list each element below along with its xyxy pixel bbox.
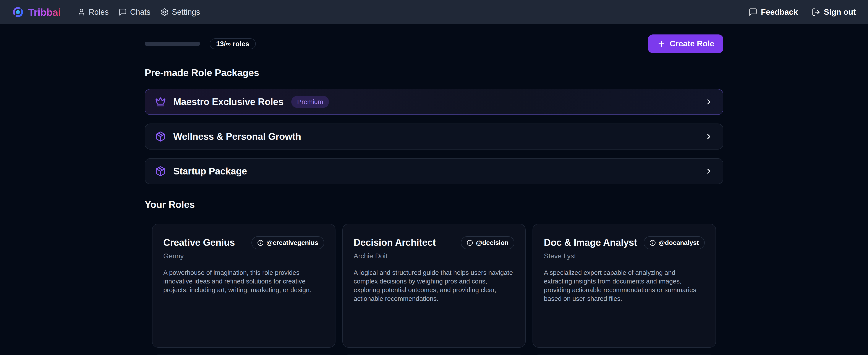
nav-item-label: Chats [130, 7, 151, 17]
package-title: Maestro Exclusive Roles [173, 96, 283, 107]
role-subtitle: Genny [163, 252, 324, 260]
role-handle-badge[interactable]: @docanalyst [644, 236, 705, 249]
crown-icon [155, 96, 166, 107]
plus-icon [657, 39, 666, 48]
roles-count-text: 13/∞ roles [216, 40, 249, 48]
your-roles-heading: Your Roles [145, 199, 723, 210]
role-title: Creative Genius [163, 236, 235, 248]
package-icon [155, 131, 166, 142]
package-icon [155, 166, 166, 177]
roles-toolbar: 13/∞ roles Create Role [145, 34, 723, 53]
packages-heading: Pre-made Role Packages [145, 67, 723, 79]
nav-item-settings[interactable]: Settings [160, 7, 200, 17]
role-title: Decision Architect [354, 236, 436, 248]
role-handle: @creativegenius [267, 239, 318, 246]
feedback-chat-icon [749, 8, 757, 17]
chat-bubble-icon [119, 8, 127, 16]
package-row-wellness[interactable]: Wellness & Personal Growth [145, 123, 723, 150]
role-handle: @decision [476, 239, 508, 246]
gear-icon [160, 8, 169, 16]
role-subtitle: Steve Lyst [544, 252, 705, 260]
role-card-creative-genius[interactable]: Creative Genius @creativegenius Genny A … [152, 224, 336, 348]
main-content: 13/∞ roles Create Role Pre-made Role Pac… [145, 34, 723, 355]
roles-progress-bar [145, 41, 200, 46]
chevron-right-icon [705, 132, 713, 141]
nav-item-label: Roles [89, 7, 109, 17]
user-icon [77, 8, 86, 16]
role-handle-badge[interactable]: @decision [461, 236, 514, 249]
brand-name: Tribbai [28, 6, 61, 18]
role-description: A logical and structured guide that help… [354, 268, 514, 303]
brand-logo[interactable]: Tribbai [12, 6, 61, 18]
feedback-button[interactable]: Feedback [749, 7, 798, 17]
logout-icon [812, 8, 820, 17]
feedback-label: Feedback [761, 7, 798, 17]
chevron-right-icon [705, 98, 713, 106]
tribbai-logo-icon [12, 6, 24, 18]
top-navbar: Tribbai Roles Chats Settings [0, 0, 868, 24]
create-role-button[interactable]: Create Role [648, 34, 723, 53]
role-card-doc-image-analyst[interactable]: Doc & Image Analyst @docanalyst Steve Ly… [532, 224, 716, 348]
nav-item-label: Settings [172, 7, 200, 17]
info-icon [467, 240, 473, 246]
role-handle: @docanalyst [658, 239, 699, 246]
role-description: A specialized expert capable of analyzin… [544, 268, 704, 303]
role-title: Doc & Image Analyst [544, 236, 637, 248]
role-description: A powerhouse of imagination, this role p… [163, 268, 323, 294]
premium-badge: Premium [291, 96, 329, 108]
role-subtitle: Archie Doit [354, 252, 515, 260]
package-row-maestro[interactable]: Maestro Exclusive Roles Premium [145, 89, 723, 115]
role-card-decision-architect[interactable]: Decision Architect @decision Archie Doit… [342, 224, 526, 348]
chevron-right-icon [705, 167, 713, 175]
package-row-startup[interactable]: Startup Package [145, 158, 723, 184]
signout-label: Sign out [824, 7, 856, 17]
create-role-label: Create Role [670, 39, 714, 48]
nav-item-chats[interactable]: Chats [119, 7, 151, 17]
role-handle-badge[interactable]: @creativegenius [251, 236, 324, 249]
package-title: Startup Package [173, 166, 247, 177]
nav-item-roles[interactable]: Roles [77, 7, 109, 17]
info-icon [650, 240, 656, 246]
package-title: Wellness & Personal Growth [173, 131, 301, 142]
role-cards-grid: Creative Genius @creativegenius Genny A … [145, 224, 723, 348]
sign-out-button[interactable]: Sign out [812, 7, 856, 17]
roles-count-badge: 13/∞ roles [210, 38, 256, 49]
info-icon [257, 240, 264, 246]
